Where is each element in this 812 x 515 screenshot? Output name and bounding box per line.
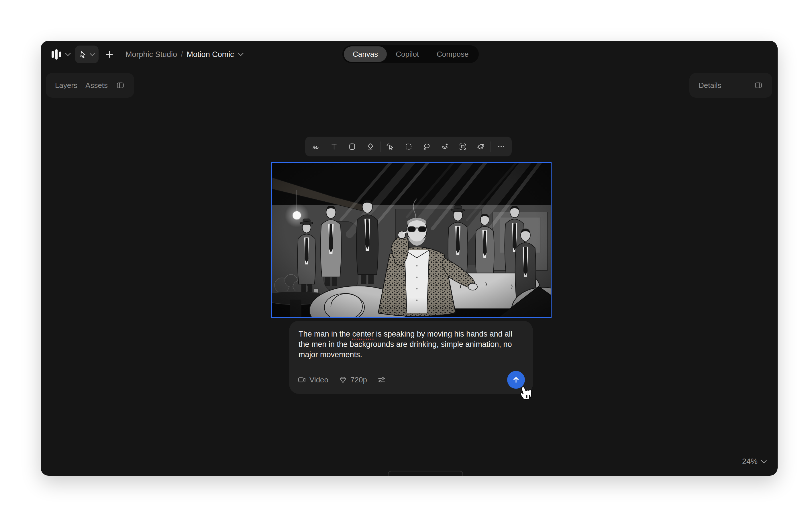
morphic-logo-icon xyxy=(51,48,62,61)
details-tab[interactable]: Details xyxy=(699,81,721,90)
orbit-sphere-icon xyxy=(476,142,485,151)
panel-left-icon[interactable] xyxy=(116,81,125,90)
breadcrumb-project[interactable]: Motion Comic xyxy=(187,50,234,59)
text-tool-button[interactable] xyxy=(325,137,343,156)
horizontal-scrollbar[interactable] xyxy=(388,471,463,476)
cursor-arrow-icon xyxy=(79,51,87,58)
orbit-tool-button[interactable] xyxy=(472,137,490,156)
rounded-rect-icon xyxy=(348,142,356,151)
shape-tool-button[interactable] xyxy=(343,137,361,156)
frame-tool-button[interactable] xyxy=(454,137,472,156)
ellipsis-icon xyxy=(497,142,505,151)
layers-sparkle-icon xyxy=(440,142,449,151)
text-icon xyxy=(330,142,338,151)
toolbar-divider xyxy=(380,142,380,152)
pen-scribble-icon xyxy=(312,142,320,151)
prompt-text-misspelled: center xyxy=(352,330,374,338)
select-tool-button[interactable] xyxy=(75,46,98,63)
marquee-select-tool-button[interactable] xyxy=(399,137,417,156)
tab-compose[interactable]: Compose xyxy=(428,47,477,62)
prompt-text-before: The man in the xyxy=(298,330,352,338)
lasso-icon xyxy=(422,142,431,151)
smart-select-tool-button[interactable] xyxy=(381,137,399,156)
settings-option[interactable] xyxy=(377,375,386,384)
chevron-down-icon xyxy=(761,460,767,463)
chevron-down-icon[interactable] xyxy=(238,53,243,56)
video-camera-icon xyxy=(298,375,306,384)
details-panel-toggle: Details xyxy=(689,73,772,98)
generative-layers-tool-button[interactable] xyxy=(436,137,454,156)
comic-scene-graphic xyxy=(272,163,551,317)
marquee-icon xyxy=(404,142,413,151)
more-tools-button[interactable] xyxy=(492,137,510,156)
prompt-options-row: Video 720p xyxy=(298,371,525,389)
resolution-option[interactable]: 720p xyxy=(339,375,367,384)
chevron-down-icon xyxy=(90,53,95,56)
eraser-icon xyxy=(366,142,375,151)
panel-right-icon[interactable] xyxy=(754,81,763,90)
topbar: Morphic Studio / Motion Comic xyxy=(51,45,243,64)
zoom-control[interactable]: 24% xyxy=(742,457,767,466)
canvas-image-selected[interactable] xyxy=(271,162,552,318)
app-menu-button[interactable] xyxy=(51,48,71,61)
left-panel-toggle: Layers Assets xyxy=(46,73,134,98)
frame-icon xyxy=(458,142,467,151)
canvas-toolbar xyxy=(305,137,512,156)
layers-tab[interactable]: Layers xyxy=(55,81,77,90)
app-window: Morphic Studio / Motion Comic Canvas Cop… xyxy=(41,41,778,476)
breadcrumb-app[interactable]: Morphic Studio xyxy=(125,50,177,59)
tab-canvas[interactable]: Canvas xyxy=(344,47,387,62)
tab-copilot[interactable]: Copilot xyxy=(387,47,428,62)
mode-tabs: Canvas Copilot Compose xyxy=(342,45,479,63)
eraser-tool-button[interactable] xyxy=(361,137,379,156)
zoom-value: 24% xyxy=(742,457,758,466)
chevron-down-icon xyxy=(65,53,71,56)
sliders-icon xyxy=(377,375,386,384)
breadcrumb-separator: / xyxy=(181,50,183,59)
pen-tool-button[interactable] xyxy=(307,137,325,156)
breadcrumb: Morphic Studio / Motion Comic xyxy=(125,50,243,59)
output-mode-option[interactable]: Video xyxy=(298,375,328,384)
assets-tab[interactable]: Assets xyxy=(85,81,108,90)
mouse-cursor-hand xyxy=(518,386,532,403)
output-mode-label: Video xyxy=(310,375,328,384)
toolbar-divider xyxy=(491,142,491,152)
arrow-up-icon xyxy=(512,375,520,384)
lasso-tool-button[interactable] xyxy=(417,137,436,156)
resolution-label: 720p xyxy=(350,375,367,384)
prompt-input[interactable]: The man in the center is speaking by mov… xyxy=(298,329,523,360)
add-button[interactable] xyxy=(103,48,116,61)
gem-icon xyxy=(339,375,347,384)
plus-icon xyxy=(105,50,114,59)
magic-cursor-icon xyxy=(386,142,395,151)
prompt-box: The man in the center is speaking by mov… xyxy=(289,321,533,394)
